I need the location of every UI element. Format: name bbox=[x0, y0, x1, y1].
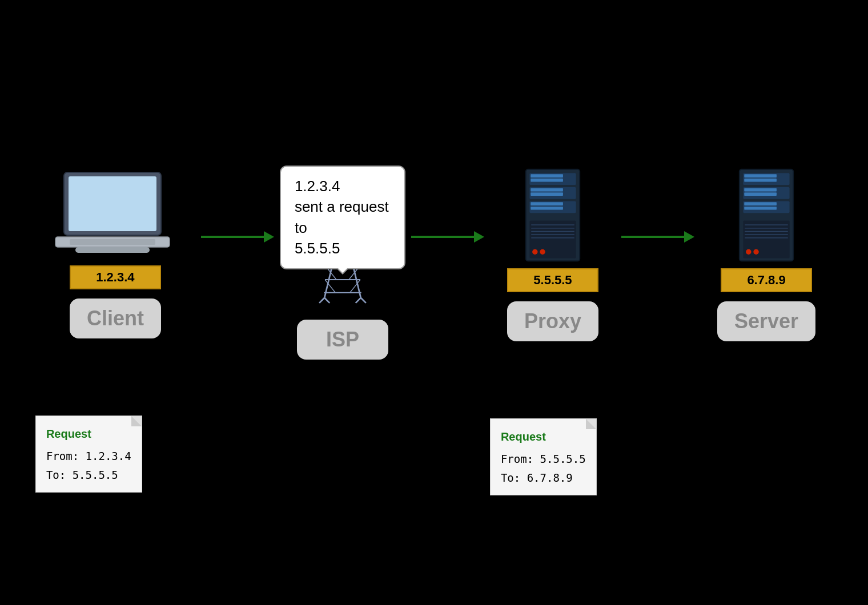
arrow-line-1 bbox=[201, 236, 264, 238]
svg-rect-60 bbox=[744, 207, 777, 210]
client-label: Client bbox=[70, 299, 161, 338]
arrow-head-3 bbox=[684, 231, 694, 243]
svg-point-49 bbox=[532, 249, 537, 255]
arrow-line-3 bbox=[621, 236, 684, 238]
proxy-ip: 5.5.5.5 bbox=[507, 268, 598, 292]
svg-point-50 bbox=[540, 249, 545, 255]
server-label: Server bbox=[717, 301, 815, 341]
proxy-server-icon bbox=[521, 167, 584, 264]
svg-rect-1 bbox=[69, 176, 156, 231]
client-node: 1.2.3.4 Client Request From: 1.2.3.4 To:… bbox=[53, 170, 178, 338]
svg-rect-42 bbox=[531, 207, 563, 210]
svg-point-68 bbox=[753, 249, 758, 255]
arrow-head-2 bbox=[474, 231, 484, 243]
server-ip: 6.7.8.9 bbox=[721, 268, 812, 292]
laptop-icon bbox=[53, 170, 178, 261]
server-icon bbox=[735, 167, 798, 264]
svg-rect-4 bbox=[70, 239, 155, 245]
svg-rect-3 bbox=[75, 247, 150, 253]
speech-bubble: 1.2.3.4 sent a request to 5.5.5.5 bbox=[280, 166, 405, 269]
arrow-line-2 bbox=[411, 236, 474, 238]
arrow-head-1 bbox=[264, 231, 274, 243]
svg-point-67 bbox=[746, 249, 751, 255]
svg-rect-36 bbox=[531, 179, 563, 182]
svg-rect-53 bbox=[744, 174, 777, 178]
proxy-request-doc: Request From: 5.5.5.5 To: 6.7.8.9 bbox=[490, 418, 597, 495]
svg-rect-38 bbox=[531, 188, 563, 192]
server-node: 6.7.8.9 Server bbox=[717, 167, 815, 341]
svg-rect-54 bbox=[744, 179, 777, 182]
arrow-client-isp bbox=[201, 231, 274, 243]
svg-rect-59 bbox=[744, 202, 777, 205]
doc2-from: From: 5.5.5.5 bbox=[501, 450, 586, 468]
proxy-label: Proxy bbox=[507, 301, 598, 341]
isp-label: ISP bbox=[297, 320, 388, 360]
svg-rect-56 bbox=[744, 188, 777, 192]
svg-rect-35 bbox=[531, 174, 563, 178]
client-ip: 1.2.3.4 bbox=[70, 265, 161, 289]
svg-line-29 bbox=[319, 298, 324, 303]
svg-rect-57 bbox=[744, 192, 777, 196]
arrow-proxy-server bbox=[621, 231, 694, 243]
arrow-isp-proxy bbox=[411, 231, 484, 243]
main-row: 1.2.3.4 Client Request From: 1.2.3.4 To:… bbox=[0, 148, 868, 360]
doc2-to: To: 6.7.8.9 bbox=[501, 469, 586, 487]
svg-rect-41 bbox=[531, 202, 563, 205]
diagram: 1.2.3.4 Client Request From: 1.2.3.4 To:… bbox=[0, 0, 868, 605]
doc2-title: Request bbox=[501, 427, 586, 446]
isp-node: 1.2.3.4 sent a request to 5.5.5.5 bbox=[297, 148, 388, 360]
client-request-doc: Request From: 1.2.3.4 To: 5.5.5.5 bbox=[35, 416, 142, 493]
svg-line-31 bbox=[356, 298, 361, 303]
svg-line-32 bbox=[361, 298, 366, 303]
doc1-from: From: 1.2.3.4 bbox=[46, 447, 131, 465]
doc1-to: To: 5.5.5.5 bbox=[46, 466, 131, 484]
svg-rect-39 bbox=[531, 192, 563, 196]
doc1-title: Request bbox=[46, 424, 131, 443]
proxy-node: 5.5.5.5 Proxy Request From: 5.5.5.5 To: … bbox=[507, 167, 598, 341]
svg-line-30 bbox=[324, 298, 329, 303]
